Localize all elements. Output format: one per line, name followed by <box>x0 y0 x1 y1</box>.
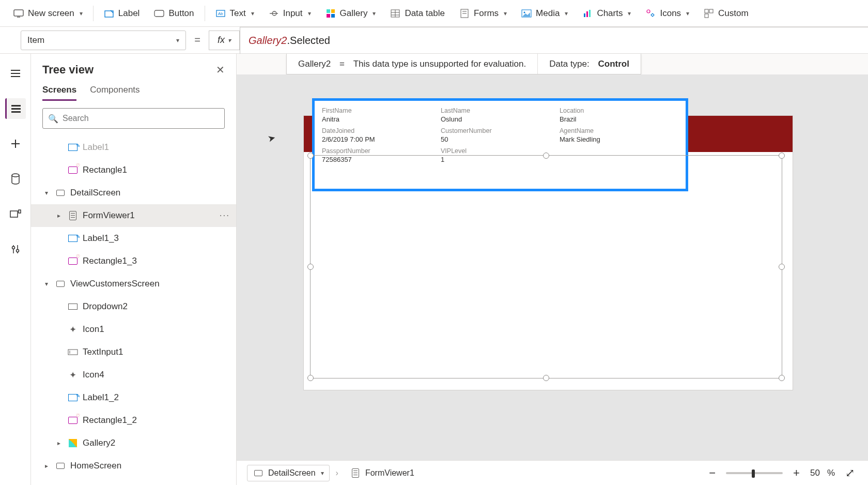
tab-components[interactable]: Components <box>90 85 140 101</box>
zoom-out-button[interactable]: − <box>706 465 719 481</box>
charts-button[interactable]: Charts ▾ <box>575 5 638 22</box>
gallery-icon <box>67 437 79 449</box>
chevron-down-icon: ▾ <box>228 37 231 44</box>
tree-scroll[interactable]: Label1 Rectangle1 ▾DetailScreen ▸FormVie… <box>31 136 236 485</box>
datatable-icon <box>390 8 400 19</box>
chevron-right-icon[interactable]: ▸ <box>55 439 63 447</box>
form-icon <box>67 210 79 221</box>
hamburger-button[interactable] <box>5 63 26 84</box>
tab-screens[interactable]: Screens <box>42 85 76 101</box>
tree-node-rectangle1-2[interactable]: Rectangle1_2 <box>31 409 236 432</box>
icons-button[interactable]: Icons ▾ <box>638 5 696 22</box>
node-label: Label1 <box>83 142 109 153</box>
tree-node-rectangle1-3[interactable]: Rectangle1_3 <box>31 250 236 272</box>
search-wrap: 🔍 <box>31 101 236 136</box>
tree-node-viewcustomers[interactable]: ▾ViewCustomersScreen <box>31 272 236 295</box>
advanced-tools-button[interactable] <box>5 239 26 260</box>
breadcrumb-detailscreen[interactable]: DetailScreen ▾ <box>247 465 330 481</box>
zoom-controls: − + 50 % ⤢ <box>706 465 858 481</box>
custom-button[interactable]: Custom <box>696 5 756 22</box>
search-icon: 🔍 <box>48 114 58 124</box>
form-icon <box>350 467 361 479</box>
label-icon <box>104 8 114 19</box>
screen-icon <box>55 460 66 472</box>
property-selector[interactable]: Item ▾ <box>21 31 186 50</box>
gallery-button[interactable]: Gallery ▾ <box>318 5 383 22</box>
more-icon[interactable]: ··· <box>220 210 230 221</box>
chevron-down-icon[interactable]: ▾ <box>42 280 51 287</box>
field-passportnumber: PassportNumber72586357 <box>322 147 441 163</box>
new-screen-button[interactable]: New screen ▾ <box>6 5 90 22</box>
custom-icon <box>704 8 714 19</box>
node-label: Rectangle1_3 <box>83 256 137 266</box>
tree-node-detailscreen[interactable]: ▾DetailScreen <box>31 181 236 204</box>
node-label: Dropdown2 <box>83 301 128 312</box>
crumb-label: FormViewer1 <box>365 468 414 478</box>
tree-node-documentation[interactable]: ▸Documentation <box>31 477 236 485</box>
tree-node-formviewer1[interactable]: ▸FormViewer1··· <box>31 204 236 227</box>
tree-node-dropdown2[interactable]: Dropdown2 <box>31 295 236 318</box>
field-label: DateJoined <box>322 127 441 134</box>
forms-icon <box>459 8 470 19</box>
screen-icon <box>55 483 66 485</box>
svg-rect-8 <box>327 9 330 13</box>
property-value: Item <box>27 35 44 46</box>
button-button[interactable]: Button <box>147 5 201 22</box>
forms-label: Forms <box>474 8 499 19</box>
tree-node-label1-2[interactable]: Label1_2 <box>31 386 236 409</box>
text-label: Text <box>230 8 246 19</box>
search-field[interactable] <box>63 114 219 123</box>
zoom-slider[interactable] <box>726 472 783 474</box>
tree-node-label1[interactable]: Label1 <box>31 136 236 159</box>
input-button[interactable]: Input ▾ <box>261 5 318 22</box>
label-icon <box>67 142 79 153</box>
dropdown-icon <box>67 301 79 312</box>
tree-node-rectangle1[interactable]: Rectangle1 <box>31 159 236 181</box>
tree-view-button[interactable] <box>5 98 26 119</box>
chevron-right-icon[interactable]: ▸ <box>55 212 63 219</box>
canvas[interactable]: ➤ Customer Details FirstNameAnitra LastN… <box>237 74 868 460</box>
chevron-down-icon: ▾ <box>686 10 689 17</box>
chevron-down-icon[interactable]: ▾ <box>42 189 51 196</box>
tree-node-gallery2[interactable]: ▸Gallery2 <box>31 432 236 454</box>
media-button[interactable]: Media ▾ <box>514 5 575 22</box>
search-input[interactable]: 🔍 <box>42 108 225 129</box>
close-icon[interactable]: ✕ <box>216 64 225 76</box>
formviewer-selection[interactable]: FirstNameAnitra LastNameOslund LocationB… <box>312 98 688 191</box>
rectangle-icon <box>67 255 79 267</box>
formula-input[interactable]: Gallery2.Selected <box>240 27 868 54</box>
media-label: Media <box>536 8 560 19</box>
tree-node-icon1[interactable]: ✦Icon1 <box>31 318 236 341</box>
slider-thumb[interactable] <box>752 469 755 478</box>
zoom-in-button[interactable]: + <box>790 465 803 481</box>
insert-button[interactable] <box>5 133 26 154</box>
media-rail-button[interactable] <box>5 204 26 224</box>
formula-bar: Item ▾ = fx ▾ Gallery2.Selected <box>0 27 868 54</box>
data-button[interactable] <box>5 169 26 189</box>
svg-rect-21 <box>584 13 585 17</box>
label-button[interactable]: Label <box>97 5 147 22</box>
chevron-right-icon[interactable]: ▸ <box>42 462 51 469</box>
tree-node-homescreen[interactable]: ▸HomeScreen <box>31 454 236 477</box>
field-value: Mark Siedling <box>560 135 678 143</box>
label-label: Label <box>118 8 140 19</box>
forms-button[interactable]: Forms ▾ <box>452 5 514 22</box>
tree-node-label1-3[interactable]: Label1_3 <box>31 227 236 250</box>
crumb-label: DetailScreen <box>268 468 316 478</box>
tree-node-icon4[interactable]: ✦Icon4 <box>31 363 236 386</box>
fx-button[interactable]: fx ▾ <box>209 31 240 50</box>
field-value: 50 <box>441 135 560 143</box>
tree-node-textinput1[interactable]: TextInput1 <box>31 341 236 363</box>
chevron-down-icon: ▾ <box>504 10 507 17</box>
screen-icon <box>253 467 264 479</box>
text-icon: Ab <box>215 8 226 19</box>
breadcrumb-formviewer1[interactable]: FormViewer1 <box>345 465 420 481</box>
media-icon <box>521 8 532 19</box>
node-label: ViewCustomersScreen <box>70 279 160 289</box>
field-value: 2/6/2019 7:00 PM <box>322 135 441 143</box>
datatable-button[interactable]: Data table <box>383 5 452 22</box>
chevron-down-icon: ▾ <box>308 10 311 17</box>
text-button[interactable]: Ab Text ▾ <box>208 5 261 22</box>
field-agentname: AgentNameMark Siedling <box>560 127 678 143</box>
fit-to-window-button[interactable]: ⤢ <box>842 465 858 481</box>
